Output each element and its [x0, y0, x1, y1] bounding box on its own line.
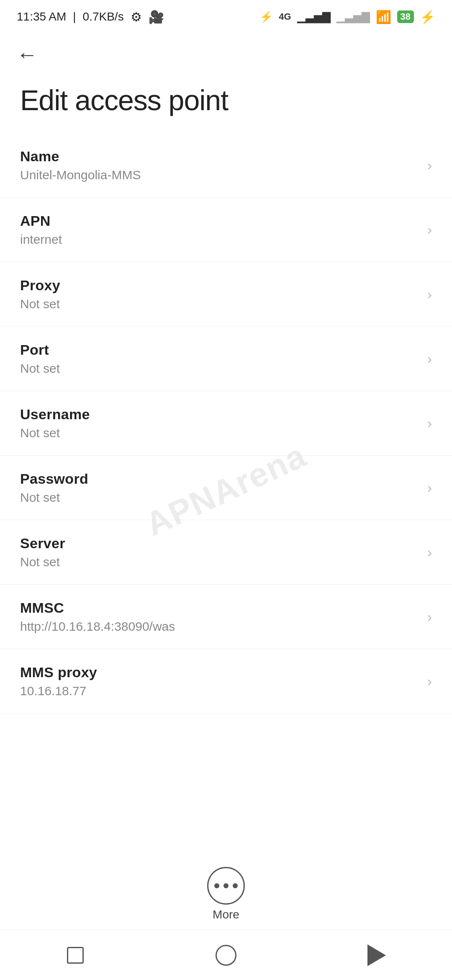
settings-value-password: Not set: [20, 490, 88, 505]
settings-item-mms-proxy[interactable]: MMS proxy 10.16.18.77 ›: [0, 649, 452, 714]
settings-label-proxy: Proxy: [20, 277, 60, 294]
settings-item-name[interactable]: Name Unitel-Mongolia-MMS ›: [0, 133, 452, 198]
settings-label-mmsc: MMSC: [20, 600, 175, 616]
chevron-mms-proxy-icon: ›: [427, 673, 432, 689]
settings-label-username: Username: [20, 406, 90, 423]
more-dot-1: [214, 883, 219, 888]
settings-label-apn: APN: [20, 213, 62, 229]
chevron-proxy-icon: ›: [427, 286, 432, 302]
nav-bar: [0, 930, 452, 980]
chevron-apn-icon: ›: [427, 222, 432, 238]
settings-label-name: Name: [20, 148, 141, 165]
settings-value-username: Not set: [20, 426, 90, 440]
more-dot-2: [223, 883, 229, 888]
settings-item-port-content: Port Not set: [20, 342, 60, 376]
camera-icon: 🎥: [149, 10, 164, 24]
chevron-name-icon: ›: [427, 157, 432, 173]
chevron-password-icon: ›: [427, 480, 432, 496]
status-bar: 11:35 AM | 0.7KB/s ⚙ 🎥 ⚡ 4G ▁▃▅▇ ▁▃▅▇ 📶 …: [0, 0, 452, 34]
settings-label-password: Password: [20, 471, 88, 487]
settings-value-name: Unitel-Mongolia-MMS: [20, 168, 141, 182]
settings-item-apn-content: APN internet: [20, 213, 62, 247]
more-dot-3: [233, 883, 238, 888]
settings-label-server: Server: [20, 535, 65, 552]
settings-item-proxy-content: Proxy Not set: [20, 277, 60, 311]
settings-item-server[interactable]: Server Not set ›: [0, 520, 452, 585]
settings-label-mms-proxy: MMS proxy: [20, 664, 97, 681]
settings-value-port: Not set: [20, 361, 60, 376]
settings-item-port[interactable]: Port Not set ›: [0, 327, 452, 391]
settings-value-proxy: Not set: [20, 297, 60, 311]
settings-item-proxy[interactable]: Proxy Not set ›: [0, 262, 452, 327]
settings-item-password[interactable]: Password Not set ›: [0, 456, 452, 520]
more-dots-icon: [214, 883, 238, 888]
settings-item-password-content: Password Not set: [20, 471, 88, 505]
settings-item-mmsc-content: MMSC http://10.16.18.4:38090/was: [20, 600, 175, 634]
settings-value-mmsc: http://10.16.18.4:38090/was: [20, 619, 175, 634]
settings-item-mmsc[interactable]: MMSC http://10.16.18.4:38090/was ›: [0, 585, 452, 649]
more-button[interactable]: More: [207, 867, 245, 921]
signal-bars-icon: ▁▃▅▇: [297, 10, 331, 23]
battery-indicator: 38: [397, 10, 414, 23]
status-time: 11:35 AM: [17, 10, 66, 23]
settings-label-port: Port: [20, 342, 60, 358]
chevron-port-icon: ›: [427, 351, 432, 367]
nav-back-icon: [367, 944, 386, 966]
nav-back-button[interactable]: [360, 939, 393, 972]
nav-recents-icon: [67, 947, 84, 964]
settings-item-apn[interactable]: APN internet ›: [0, 198, 452, 262]
chevron-username-icon: ›: [427, 415, 432, 431]
more-label: More: [213, 908, 239, 921]
top-bar: ←: [0, 34, 452, 75]
settings-icon: ⚙: [131, 10, 142, 24]
status-separator: |: [73, 10, 76, 23]
settings-item-username[interactable]: Username Not set ›: [0, 391, 452, 456]
status-left: 11:35 AM | 0.7KB/s ⚙ 🎥: [17, 10, 164, 24]
nav-recents-button[interactable]: [59, 939, 92, 972]
chevron-mmsc-icon: ›: [427, 609, 432, 625]
signal-bars2-icon: ▁▃▅▇: [336, 10, 370, 23]
settings-value-mms-proxy: 10.16.18.77: [20, 684, 97, 698]
nav-home-icon: [216, 945, 236, 966]
wifi-icon: 📶: [376, 10, 391, 24]
page-title: Edit access point: [0, 75, 452, 133]
signal-4g-icon: 4G: [279, 11, 291, 22]
status-right: ⚡ 4G ▁▃▅▇ ▁▃▅▇ 📶 38 ⚡: [259, 10, 435, 24]
status-speed: 0.7KB/s: [83, 10, 124, 23]
settings-item-name-content: Name Unitel-Mongolia-MMS: [20, 148, 141, 182]
settings-item-server-content: Server Not set: [20, 535, 65, 569]
settings-item-mms-proxy-content: MMS proxy 10.16.18.77: [20, 664, 97, 698]
settings-list: Name Unitel-Mongolia-MMS › APN internet …: [0, 133, 452, 714]
back-button[interactable]: ←: [17, 44, 38, 65]
settings-value-server: Not set: [20, 555, 65, 569]
more-circle-icon: [207, 867, 245, 905]
bluetooth-icon: ⚡: [259, 10, 273, 23]
nav-home-button[interactable]: [209, 939, 243, 972]
chevron-server-icon: ›: [427, 544, 432, 560]
battery-level: 38: [401, 11, 411, 22]
settings-value-apn: internet: [20, 232, 62, 247]
charging-icon: ⚡: [420, 10, 435, 24]
settings-item-username-content: Username Not set: [20, 406, 90, 440]
